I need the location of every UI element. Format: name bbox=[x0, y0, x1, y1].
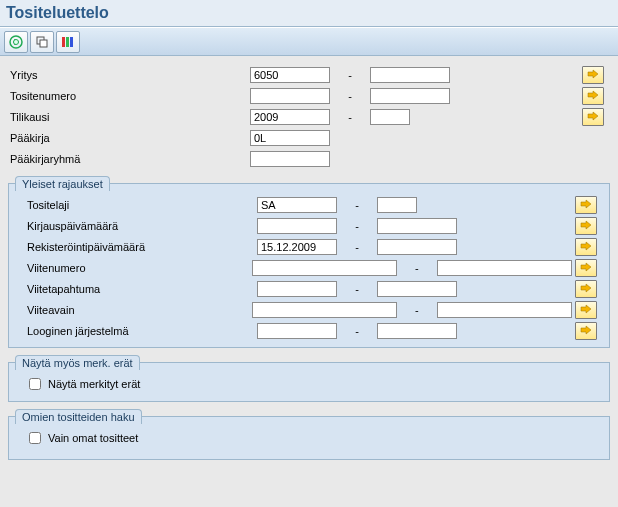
multiple-selection-button[interactable] bbox=[575, 259, 597, 277]
field-label: Tositenumero bbox=[8, 90, 250, 102]
low-value-input[interactable] bbox=[257, 323, 337, 339]
param-row: Pääkirja bbox=[8, 127, 610, 148]
arrow-right-icon bbox=[587, 111, 599, 123]
high-value-input[interactable] bbox=[377, 323, 457, 339]
low-value-input[interactable] bbox=[257, 197, 337, 213]
arrow-right-icon bbox=[580, 199, 592, 211]
field-label: Tositelaji bbox=[15, 199, 257, 211]
range-dash: - bbox=[330, 90, 370, 102]
checkbox-row: Vain omat tositteet bbox=[15, 427, 603, 449]
checkbox-label: Vain omat tositteet bbox=[48, 432, 138, 444]
multiple-selection-button[interactable] bbox=[575, 217, 597, 235]
field-label: Yritys bbox=[8, 69, 250, 81]
low-value-input[interactable] bbox=[257, 218, 337, 234]
arrow-right-icon bbox=[587, 90, 599, 102]
param-row: Rekisteröintipäivämäärä- bbox=[15, 236, 603, 257]
high-value-input[interactable] bbox=[377, 281, 457, 297]
multiple-selection-button[interactable] bbox=[575, 301, 597, 319]
field-label: Viitenumero bbox=[15, 262, 252, 274]
field-label: Tilikausi bbox=[8, 111, 250, 123]
show-marked-checkbox[interactable] bbox=[29, 378, 41, 390]
range-dash: - bbox=[330, 111, 370, 123]
execute-button[interactable] bbox=[4, 31, 28, 53]
field-label: Rekisteröintipäivämäärä bbox=[15, 241, 257, 253]
field-label: Looginen järjestelmä bbox=[15, 325, 257, 337]
high-value-input[interactable] bbox=[370, 109, 410, 125]
range-dash: - bbox=[337, 220, 377, 232]
low-value-input[interactable] bbox=[250, 88, 330, 104]
multiple-selection-button[interactable] bbox=[582, 66, 604, 84]
low-value-input[interactable] bbox=[250, 151, 330, 167]
checkbox-label: Näytä merkityt erät bbox=[48, 378, 140, 390]
high-value-input[interactable] bbox=[377, 197, 417, 213]
parameters-area: Yritys-Tositenumero-Tilikausi-PääkirjaPä… bbox=[0, 56, 618, 472]
arrow-right-icon bbox=[580, 283, 592, 295]
low-value-input[interactable] bbox=[257, 281, 337, 297]
title-bar: Tositeluettelo bbox=[0, 0, 618, 27]
arrow-right-icon bbox=[580, 325, 592, 337]
own-docs-checkbox[interactable] bbox=[29, 432, 41, 444]
param-row: Kirjauspäivämäärä- bbox=[15, 215, 603, 236]
field-label: Pääkirjaryhmä bbox=[8, 153, 250, 165]
group-show-marked: Näytä myös merk. erätNäytä merkityt erät bbox=[8, 362, 610, 402]
arrow-right-icon bbox=[580, 304, 592, 316]
svg-rect-5 bbox=[66, 37, 69, 47]
group-legend: Yleiset rajaukset bbox=[15, 176, 110, 191]
low-value-input[interactable] bbox=[250, 109, 330, 125]
get-variant-button[interactable] bbox=[30, 31, 54, 53]
param-row: Looginen järjestelmä- bbox=[15, 320, 603, 341]
low-value-input[interactable] bbox=[250, 130, 330, 146]
arrow-right-icon bbox=[587, 69, 599, 81]
toolbar bbox=[0, 27, 618, 56]
group-general: Yleiset rajauksetTositelaji-Kirjauspäivä… bbox=[8, 183, 610, 348]
multiple-selection-button[interactable] bbox=[575, 280, 597, 298]
multiple-selection-button[interactable] bbox=[575, 322, 597, 340]
svg-point-1 bbox=[14, 39, 19, 44]
param-row: Viitenumero- bbox=[15, 257, 603, 278]
low-value-input[interactable] bbox=[257, 239, 337, 255]
field-label: Kirjauspäivämäärä bbox=[15, 220, 257, 232]
high-value-input[interactable] bbox=[377, 218, 457, 234]
high-value-input[interactable] bbox=[437, 260, 572, 276]
high-value-input[interactable] bbox=[437, 302, 572, 318]
multiple-selection-button[interactable] bbox=[582, 87, 604, 105]
range-dash: - bbox=[337, 241, 377, 253]
param-row: Pääkirjaryhmä bbox=[8, 148, 610, 169]
checkbox-row: Näytä merkityt erät bbox=[15, 373, 603, 395]
svg-rect-4 bbox=[62, 37, 65, 47]
range-dash: - bbox=[337, 283, 377, 295]
group-legend: Näytä myös merk. erät bbox=[15, 355, 140, 370]
field-label: Viiteavain bbox=[15, 304, 252, 316]
param-row: Tositelaji- bbox=[15, 194, 603, 215]
low-value-input[interactable] bbox=[250, 67, 330, 83]
high-value-input[interactable] bbox=[370, 88, 450, 104]
selection-screen: Tositeluettelo Yritys-Tositenumero-Tilik… bbox=[0, 0, 618, 472]
range-dash: - bbox=[397, 262, 436, 274]
range-dash: - bbox=[397, 304, 436, 316]
svg-rect-3 bbox=[40, 40, 47, 47]
range-dash: - bbox=[330, 69, 370, 81]
field-label: Pääkirja bbox=[8, 132, 250, 144]
low-value-input[interactable] bbox=[252, 260, 397, 276]
page-title: Tositeluettelo bbox=[6, 4, 109, 21]
svg-rect-6 bbox=[70, 37, 73, 47]
dynamic-selections-button[interactable] bbox=[56, 31, 80, 53]
range-dash: - bbox=[337, 199, 377, 211]
range-dash: - bbox=[337, 325, 377, 337]
param-row: Tositenumero- bbox=[8, 85, 610, 106]
high-value-input[interactable] bbox=[370, 67, 450, 83]
arrow-right-icon bbox=[580, 262, 592, 274]
param-row: Yritys- bbox=[8, 64, 610, 85]
param-row: Viitetapahtuma- bbox=[15, 278, 603, 299]
group-legend: Omien tositteiden haku bbox=[15, 409, 142, 424]
param-row: Viiteavain- bbox=[15, 299, 603, 320]
field-label: Viitetapahtuma bbox=[15, 283, 257, 295]
param-row: Tilikausi- bbox=[8, 106, 610, 127]
low-value-input[interactable] bbox=[252, 302, 397, 318]
multiple-selection-button[interactable] bbox=[575, 196, 597, 214]
arrow-right-icon bbox=[580, 241, 592, 253]
multiple-selection-button[interactable] bbox=[582, 108, 604, 126]
arrow-right-icon bbox=[580, 220, 592, 232]
multiple-selection-button[interactable] bbox=[575, 238, 597, 256]
high-value-input[interactable] bbox=[377, 239, 457, 255]
